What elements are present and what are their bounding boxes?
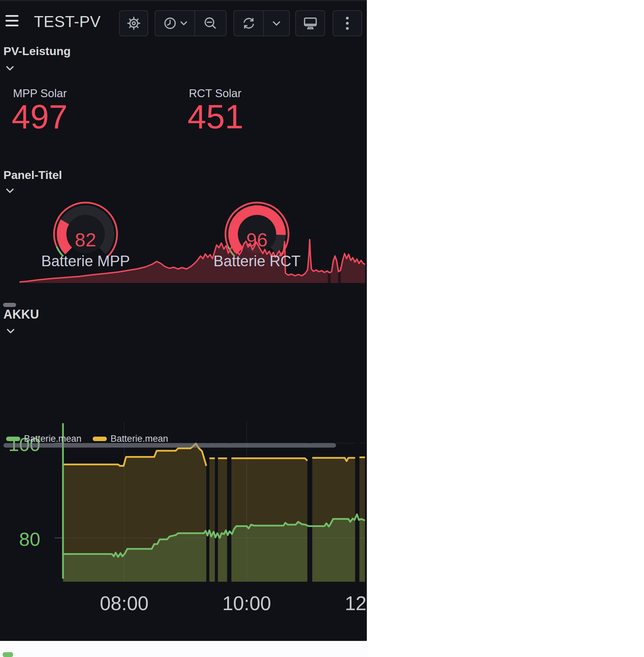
x-axis-tick: 08:00	[95, 592, 153, 615]
refresh-group	[233, 10, 290, 36]
horizontal-scrollbar-thumb[interactable]	[3, 443, 336, 448]
kebab-menu-icon	[345, 15, 350, 31]
row-drag-handle[interactable]	[3, 303, 16, 307]
refresh-button[interactable]	[234, 11, 263, 36]
menu-icon[interactable]	[5, 15, 19, 28]
chevron-down-icon[interactable]	[5, 65, 14, 71]
tv-mode-monitor-icon	[302, 16, 319, 31]
row-title-pv-leistung[interactable]: PV-Leistung	[3, 44, 70, 58]
menu-bar	[5, 25, 18, 26]
dashboard-title: TEST-PV	[34, 12, 101, 31]
legend-series-label[interactable]: Batterie.mean	[24, 434, 81, 444]
gauge-value: 82	[65, 229, 106, 251]
gauge-title: Batterie MPP	[34, 253, 137, 270]
legend-series-dash-yellow[interactable]	[93, 437, 107, 441]
settings-gear-icon	[127, 16, 141, 30]
row-title-akku[interactable]: AKKU	[3, 307, 39, 322]
chevron-down-icon	[180, 21, 188, 26]
pv-sparkline-chart	[0, 192, 367, 301]
settings-button[interactable]	[119, 10, 148, 36]
stat-value: 497	[12, 100, 68, 133]
row-title-panel-titel[interactable]: Panel-Titel	[3, 168, 62, 182]
y-axis-tick-80: 80	[3, 528, 40, 550]
bottom-strip	[0, 641, 369, 657]
gauge-title: Batterie RCT	[206, 253, 308, 270]
x-axis-tick: 12:00	[340, 592, 367, 615]
green-indicator-sliver	[3, 652, 13, 657]
refresh-interval-button[interactable]	[263, 11, 289, 36]
dashboard-content: TEST-PV	[0, 0, 367, 641]
zoom-out-button[interactable]	[194, 11, 226, 36]
time-range-clock-icon	[162, 15, 178, 31]
menu-bar	[5, 20, 18, 22]
menu-bar	[5, 15, 18, 17]
tv-mode-button[interactable]	[295, 10, 325, 36]
zoom-out-icon	[203, 15, 218, 31]
gauge-value: 96	[236, 229, 278, 251]
chevron-down-icon	[272, 20, 281, 26]
top-divider	[0, 0, 367, 1]
screenshot-stage: TEST-PV	[0, 0, 644, 657]
time-range-group	[155, 10, 227, 36]
refresh-icon	[241, 15, 257, 31]
stat-value: 451	[188, 100, 244, 133]
x-axis-tick: 10:00	[218, 592, 276, 615]
time-range-button[interactable]	[155, 11, 194, 36]
chevron-down-icon[interactable]	[6, 328, 15, 334]
legend-series-dash-green[interactable]	[6, 437, 20, 441]
kebab-menu-button[interactable]	[333, 10, 362, 36]
legend-series-label[interactable]: Batterie.mean	[111, 434, 168, 444]
